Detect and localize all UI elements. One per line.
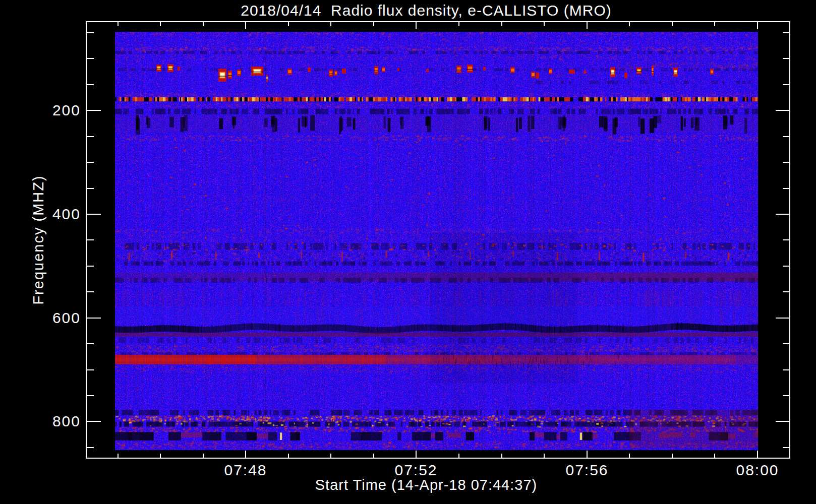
x-tick-minor bbox=[672, 454, 673, 458]
y-tick-minor bbox=[87, 162, 94, 163]
x-tick-minor-top bbox=[373, 22, 374, 26]
x-tick-minor-top bbox=[160, 22, 161, 26]
y-tick-minor-right bbox=[783, 369, 790, 370]
plot-frame bbox=[86, 21, 790, 459]
x-tick-major-top bbox=[757, 22, 758, 29]
y-tick-minor-right bbox=[783, 162, 790, 163]
y-axis-label: Frequency (MHZ) bbox=[30, 175, 47, 304]
x-tick-minor bbox=[330, 454, 331, 458]
y-tick-major-right bbox=[776, 110, 790, 111]
y-tick-minor-right bbox=[783, 136, 790, 137]
y-tick-minor-right bbox=[783, 291, 790, 292]
y-tick-minor bbox=[87, 84, 94, 85]
x-tick-major-top bbox=[416, 22, 417, 29]
y-tick-minor bbox=[87, 188, 94, 189]
x-tick-minor bbox=[203, 454, 204, 458]
y-tick-minor bbox=[87, 32, 94, 33]
x-tick-minor-top bbox=[714, 22, 715, 26]
y-tick-minor-right bbox=[783, 343, 790, 344]
x-tick-label: 07:56 bbox=[547, 462, 627, 479]
x-tick-minor-top bbox=[629, 22, 630, 26]
x-tick-major-top bbox=[245, 22, 246, 29]
y-tick-minor-right bbox=[783, 239, 790, 240]
x-tick-minor bbox=[458, 454, 459, 458]
y-tick-major bbox=[87, 214, 101, 215]
x-tick-minor-top bbox=[288, 22, 289, 26]
y-tick-minor-right bbox=[783, 266, 790, 267]
x-tick-label: 08:00 bbox=[717, 462, 798, 479]
y-tick-label: 800 bbox=[30, 413, 81, 430]
y-tick-minor-right bbox=[783, 32, 790, 33]
y-tick-label: 200 bbox=[30, 102, 81, 119]
y-tick-minor bbox=[87, 136, 94, 137]
x-tick-minor bbox=[501, 454, 502, 458]
y-tick-major-right bbox=[776, 421, 790, 422]
y-tick-minor bbox=[87, 369, 94, 370]
y-tick-major-right bbox=[776, 318, 790, 319]
x-tick-minor bbox=[288, 454, 289, 458]
chart-title: 2018/04/14 Radio flux density, e-CALLIST… bbox=[86, 2, 766, 19]
x-tick-minor-top bbox=[672, 22, 673, 26]
y-tick-minor bbox=[87, 447, 94, 448]
x-tick-minor bbox=[160, 454, 161, 458]
y-tick-major bbox=[87, 318, 101, 319]
y-tick-minor-right bbox=[783, 188, 790, 189]
y-tick-label: 600 bbox=[30, 309, 81, 327]
spectrogram-figure: 2018/04/14 Radio flux density, e-CALLIST… bbox=[0, 0, 816, 504]
y-tick-minor bbox=[87, 239, 94, 240]
x-tick-label: 07:48 bbox=[205, 462, 286, 479]
x-tick-minor bbox=[544, 454, 545, 458]
x-tick-major-top bbox=[587, 22, 588, 29]
y-tick-minor bbox=[87, 58, 94, 59]
x-tick-minor bbox=[629, 454, 630, 458]
x-axis-label: Start Time (14-Apr-18 07:44:37) bbox=[86, 477, 766, 493]
y-tick-major bbox=[87, 421, 101, 422]
x-tick-minor-top bbox=[118, 22, 119, 26]
y-tick-label: 400 bbox=[30, 206, 81, 223]
y-tick-major-right bbox=[776, 214, 790, 215]
x-tick-major bbox=[587, 451, 588, 458]
x-tick-minor-top bbox=[501, 22, 502, 26]
x-tick-major bbox=[757, 451, 758, 458]
x-tick-minor bbox=[373, 454, 374, 458]
x-tick-label: 07:52 bbox=[376, 462, 456, 479]
y-tick-minor-right bbox=[783, 395, 790, 396]
x-tick-minor bbox=[118, 454, 119, 458]
y-tick-minor bbox=[87, 395, 94, 396]
y-tick-major bbox=[87, 110, 101, 111]
y-tick-minor bbox=[87, 343, 94, 344]
x-tick-minor-top bbox=[330, 22, 331, 26]
x-tick-minor-top bbox=[458, 22, 459, 26]
x-tick-minor-top bbox=[203, 22, 204, 26]
x-tick-minor bbox=[714, 454, 715, 458]
x-tick-major bbox=[245, 451, 246, 458]
y-tick-minor-right bbox=[783, 84, 790, 85]
x-tick-major bbox=[416, 451, 417, 458]
y-tick-minor bbox=[87, 291, 94, 292]
x-tick-minor-top bbox=[544, 22, 545, 26]
y-tick-minor bbox=[87, 266, 94, 267]
y-tick-minor-right bbox=[783, 447, 790, 448]
y-tick-minor-right bbox=[783, 58, 790, 59]
